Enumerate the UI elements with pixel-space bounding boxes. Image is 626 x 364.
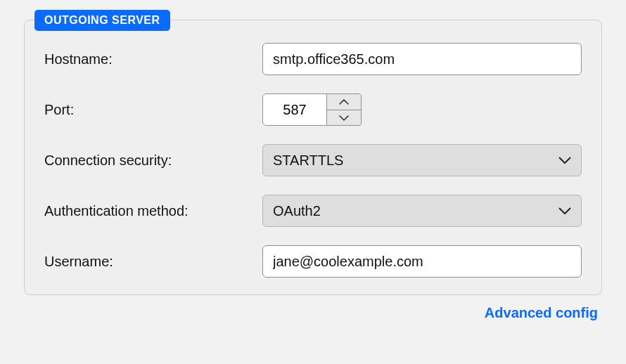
port-step-up-button[interactable] [327,94,361,110]
username-row: Username: [44,245,582,278]
port-label: Port: [44,102,262,118]
section-title-badge: OUTGOING SERVER [34,10,170,31]
chevron-down-icon [558,157,571,164]
port-stepper-buttons [326,93,362,126]
authentication-method-row: Authentication method: OAuth2 [44,195,582,227]
hostname-row: Hostname: [44,43,582,75]
hostname-label: Hostname: [44,51,262,67]
footer: Advanced config [24,295,602,321]
outgoing-server-section: OUTGOING SERVER Hostname: Port: [24,20,602,295]
connection-security-row: Connection security: STARTTLS [44,144,582,176]
port-stepper [262,93,362,126]
hostname-input[interactable] [262,43,582,75]
chevron-up-icon [339,96,349,107]
chevron-down-icon [339,112,349,123]
authentication-method-label: Authentication method: [44,203,262,219]
port-step-down-button[interactable] [327,110,361,126]
authentication-method-select[interactable]: OAuth2 [262,195,582,227]
connection-security-label: Connection security: [44,152,262,169]
connection-security-value: STARTTLS [273,152,343,169]
advanced-config-link[interactable]: Advanced config [485,305,598,321]
port-row: Port: [44,93,582,126]
chevron-down-icon [558,207,571,215]
username-label: Username: [44,254,262,270]
authentication-method-value: OAuth2 [273,203,321,219]
username-input[interactable] [262,245,582,278]
port-input[interactable] [263,94,326,125]
connection-security-select[interactable]: STARTTLS [262,144,582,176]
